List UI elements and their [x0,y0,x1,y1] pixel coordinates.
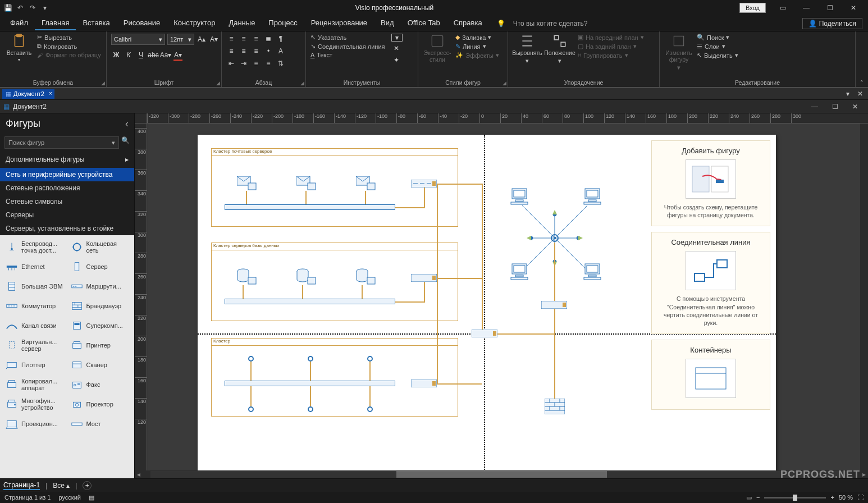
font-name-combo[interactable]: Calibri▾ [111,34,165,45]
close-tab-icon[interactable]: × [49,90,52,97]
bold-icon[interactable]: Ж [111,50,121,60]
ribbon-tab[interactable]: Рецензирование [304,16,374,30]
mail-server-shape[interactable] [296,176,317,191]
paragraph-button[interactable]: ≡ [251,34,261,44]
font-color-icon[interactable]: A▾ [173,50,183,60]
firewall-shape[interactable] [545,399,565,414]
stencil-shape[interactable]: Беспровод... точка дост... [2,237,67,257]
paragraph-button[interactable]: ¶ [276,34,286,44]
pointer-tool[interactable]: ↖Указатель [310,34,385,41]
align-button[interactable]: Выровнять▾ [513,34,542,64]
add-page-button[interactable]: + [83,481,92,490]
paste-button[interactable]: Вставить▾ [4,34,34,62]
stencil-shape[interactable]: Сервер [67,257,133,276]
stencil-shape[interactable]: Проектор [67,395,133,414]
change-case-icon[interactable]: Aa▾ [161,50,171,60]
paragraph-button[interactable]: ≣ [263,34,273,44]
endpoint-shape[interactable] [248,356,254,362]
pc-shape[interactable] [583,263,602,281]
tell-me-icon[interactable]: 💡 [497,20,505,28]
stencil-shape[interactable]: Ethernet [2,257,67,276]
paragraph-button[interactable]: ≡ [263,58,273,68]
layers-button[interactable]: ☰Слои▾ [697,43,738,50]
ribbon-tab[interactable]: Вид [374,16,401,30]
connector-tool[interactable]: ↘Соединительная линия [310,43,385,50]
all-pages-button[interactable]: Все ▴ [53,482,70,490]
ethernet-bar[interactable] [225,204,395,210]
stencil-shape[interactable]: Принтер [67,336,133,355]
fill-button[interactable]: ◆Заливка▾ [455,34,499,41]
paragraph-button[interactable]: ⇅ [276,58,286,68]
zoom-slider[interactable] [764,497,826,499]
ribbon-tab[interactable]: Office Tab [401,16,447,30]
stencil-shape[interactable]: Проекцион... [2,414,67,433]
page-tab[interactable]: Страница-1 [3,481,40,490]
shapes-collapse-icon[interactable]: ‹ [125,118,129,130]
tabbar-menu-icon[interactable]: ▾ [842,89,853,99]
switch-shape[interactable] [411,379,437,387]
close-button[interactable]: ✕ [842,1,865,15]
ribbon-tab[interactable]: Файл [3,16,35,30]
db-server-shape[interactable] [237,268,257,285]
db-server-shape[interactable] [296,268,317,285]
switch-shape[interactable] [411,274,437,282]
mail-server-shape[interactable] [356,176,376,191]
search-icon[interactable]: 🔍 [121,136,130,149]
select-button[interactable]: ↖Выделить▾ [697,52,738,59]
copy-button[interactable]: ⧉Копировать [37,43,101,50]
stencil-shape[interactable]: Брандмауэр [67,296,133,315]
ribbon-tab[interactable]: Главная [35,16,76,30]
stencil-shape[interactable]: Многофун... устройство [2,395,67,414]
format-painter-button[interactable]: 🖌Формат по образцу [37,52,101,58]
styles-launcher-icon[interactable]: ◢ [502,80,506,86]
clipboard-launcher-icon[interactable]: ◢ [101,80,105,86]
underline-icon[interactable]: Ч [136,50,146,60]
zoom-in-icon[interactable]: + [830,494,834,501]
paragraph-button[interactable]: ≡ [226,46,236,56]
pc-shape[interactable] [510,188,529,205]
paragraph-button[interactable]: ⇥ [239,58,249,68]
stencil-shape[interactable]: Кольцевая сеть [67,237,133,257]
paragraph-button[interactable]: ≡ [226,34,236,44]
redo-icon[interactable]: ↷ [28,3,37,12]
ribbon-collapse-icon[interactable]: ˄ [856,31,868,87]
stencil-shape[interactable]: Сканер [67,355,133,374]
qat-customize-icon[interactable]: ▾ [40,3,49,12]
position-button[interactable]: Положение▾ [545,34,574,64]
stencil-shape[interactable]: Канал связи [2,316,67,335]
endpoint-shape[interactable] [367,356,373,362]
docwin-minimize[interactable]: — [805,101,824,112]
stencil-category[interactable]: Сетевые расположения [0,181,134,195]
endpoint-shape[interactable] [308,356,313,362]
share-button[interactable]: 👤 Поделиться [802,18,862,29]
switch-shape[interactable] [541,301,567,309]
grow-font-icon[interactable]: A▴ [197,34,207,44]
stencil-shape[interactable]: Плоттер [2,355,67,374]
paragraph-button[interactable]: ≡ [239,34,249,44]
drawing-page[interactable]: Добавить фигуру Чтобы создать схему, пер… [198,135,776,470]
shrink-font-icon[interactable]: A▾ [209,34,219,44]
status-language[interactable]: русский [58,494,80,501]
zoom-level[interactable]: 50 % [839,494,853,501]
fit-page-icon[interactable]: ⛶ [857,494,864,501]
zoom-out-icon[interactable]: − [756,494,760,501]
ethernet-bar[interactable] [225,299,395,304]
connection-point-icon[interactable]: ✦ [391,55,401,65]
document-tab[interactable]: ▦ Документ2 × [2,89,54,99]
vertical-scrollbar[interactable] [860,124,868,470]
endpoint-shape[interactable] [308,406,313,412]
stencil-shape[interactable]: Виртуальн... сервер [2,336,67,355]
paragraph-button[interactable]: ≡ [251,58,261,68]
save-icon[interactable]: 💾 [3,3,12,12]
paragraph-button[interactable]: A [276,46,286,56]
docwin-close[interactable]: ✕ [846,101,865,112]
more-shapes-button[interactable]: Дополнительные фигуры▸ [0,151,134,168]
pc-shape[interactable] [510,263,529,281]
paragraph-button[interactable]: ≡ [251,46,261,56]
canvas-scrollview[interactable]: Добавить фигуру Чтобы создать схему, пер… [147,124,860,470]
stencil-shape[interactable]: Маршрути... [67,277,133,296]
endpoint-shape[interactable] [367,406,373,412]
font-launcher-icon[interactable]: ◢ [216,80,220,86]
minimize-button[interactable]: — [795,1,817,15]
stencil-category[interactable]: Серверы [0,208,134,222]
